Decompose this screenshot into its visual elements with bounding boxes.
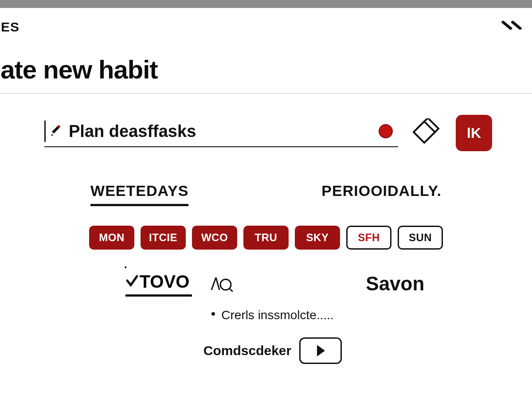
day-chip-wed[interactable]: WCO: [192, 226, 237, 250]
tab-periodically[interactable]: PERIOOIDALLY.: [321, 182, 442, 206]
habit-name-value: Plan deasffasks: [69, 122, 196, 141]
text-cursor: [44, 121, 46, 142]
picker-next-button[interactable]: [299, 337, 342, 364]
svg-line-6: [229, 288, 233, 292]
svg-marker-7: [317, 345, 325, 356]
habit-name-row: Plan deasffasks lK: [44, 115, 492, 151]
option-aq[interactable]: [210, 275, 233, 293]
weekday-chips: MON ITCIE WCO TRU SKY SFH SUN: [0, 226, 532, 250]
close-icon[interactable]: [501, 17, 522, 37]
color-picker-button[interactable]: [411, 117, 442, 149]
option-tovo-label: TOVO: [140, 272, 190, 292]
confirm-button[interactable]: lK: [456, 115, 492, 151]
picker-row: Comdscdeker: [0, 337, 532, 364]
sub-options-row: • TOVO Savon: [0, 271, 532, 297]
hint-text-row: Crerls inssmolcte.....: [0, 308, 532, 322]
save-button[interactable]: Savon: [366, 273, 424, 295]
day-chip-tue[interactable]: ITCIE: [141, 226, 186, 250]
dot-icon: •: [125, 264, 127, 271]
bullet-icon: [211, 312, 215, 316]
picker-label: Comdscdeker: [203, 343, 291, 358]
pencil-icon: [50, 125, 63, 138]
day-chip-sun[interactable]: SUN: [398, 226, 443, 250]
habit-name-input[interactable]: Plan deasffasks: [44, 119, 398, 147]
day-chip-mon[interactable]: MON: [89, 226, 134, 250]
color-swatch-dot[interactable]: [379, 124, 393, 138]
svg-marker-2: [51, 134, 53, 136]
tab-weekdays[interactable]: WEETEDAYS: [90, 182, 188, 206]
page-title: eate new habit: [0, 55, 532, 84]
header: ICES: [0, 8, 532, 37]
divider: [0, 93, 532, 94]
option-tovo[interactable]: • TOVO: [125, 271, 192, 297]
schedule-tabs: WEETEDAYS PERIOOIDALLY.: [0, 182, 532, 206]
day-chip-sat[interactable]: SFH: [346, 226, 391, 250]
day-chip-thu[interactable]: TRU: [243, 226, 289, 250]
window-chrome-strip: [0, 0, 532, 8]
day-chip-fri[interactable]: SKY: [295, 226, 340, 250]
svg-rect-4: [414, 121, 435, 143]
page: ICES eate new habit Plan deasffasks lK W…: [0, 8, 532, 399]
hint-text: Crerls inssmolcte.....: [221, 308, 334, 322]
nav-crumb[interactable]: ICES: [0, 20, 20, 35]
